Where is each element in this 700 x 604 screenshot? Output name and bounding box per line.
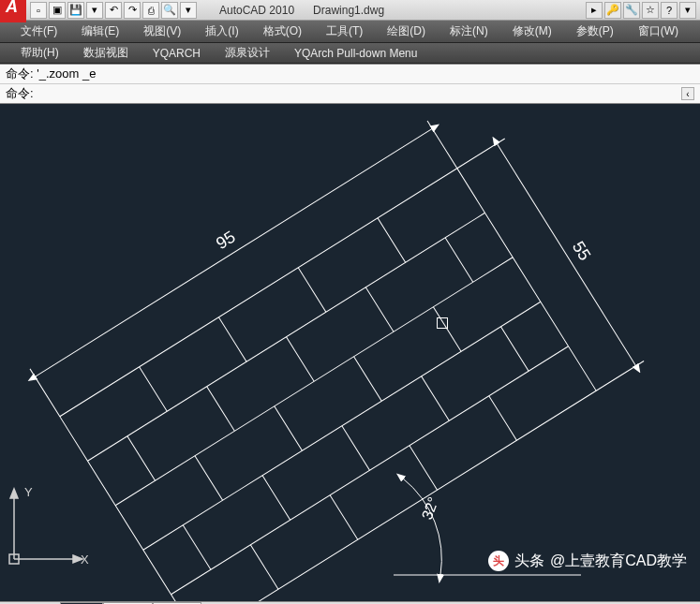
quick-access-toolbar: ▫ ▣ 💾 ▾ ↶ ↷ ⎙ 🔍 ▾	[26, 2, 201, 19]
svg-line-28	[427, 121, 457, 169]
help-icon[interactable]: ?	[661, 2, 678, 19]
svg-line-26	[489, 396, 517, 440]
title-right-tools: ▸ 🔑 🔧 ☆ ? ▾	[586, 2, 700, 19]
menu-yuanquan[interactable]: 源泉设计	[216, 43, 279, 63]
dropdown-icon[interactable]: ▾	[679, 2, 696, 19]
svg-line-6	[218, 317, 246, 361]
qat-find-icon[interactable]: 🔍	[161, 2, 178, 19]
svg-line-13	[445, 238, 473, 282]
ucs-x-label: X	[81, 552, 89, 567]
menu-edit[interactable]: 编辑(E)	[72, 22, 128, 41]
key-icon[interactable]: 🔑	[604, 2, 621, 19]
svg-line-10	[207, 387, 235, 431]
qat-save-icon[interactable]: 💾	[67, 2, 84, 19]
svg-line-8	[378, 218, 406, 262]
drawing-canvas[interactable]: 95 55 32° Y X 头 头条 @上壹教育CAD教学	[0, 104, 700, 601]
qat-new-icon[interactable]: ▫	[30, 2, 47, 19]
command-prompt: 命令:	[6, 85, 34, 102]
qat-open-icon[interactable]: ▣	[49, 2, 66, 19]
qat-redo-icon[interactable]: ↷	[124, 2, 141, 19]
command-history: 命令: '_.zoom _e	[6, 66, 96, 82]
svg-line-5	[140, 367, 168, 411]
svg-line-32	[497, 143, 635, 365]
svg-line-11	[286, 337, 314, 381]
menu-insert[interactable]: 插入(I)	[196, 22, 247, 41]
svg-line-19	[262, 476, 290, 520]
command-expand-icon[interactable]: ‹	[681, 87, 694, 100]
menu-modify[interactable]: 修改(M)	[503, 22, 561, 41]
menu-yqarch[interactable]: YQARCH	[143, 45, 210, 62]
menu-help[interactable]: 帮助(H)	[11, 43, 68, 63]
svg-line-17	[433, 307, 461, 351]
dim-height-label: 55	[569, 238, 595, 264]
menu-parametric[interactable]: 参数(P)	[567, 22, 623, 41]
star-icon[interactable]: ☆	[642, 2, 659, 19]
svg-line-30	[457, 139, 505, 169]
watermark-prefix: 头条	[514, 552, 544, 571]
svg-line-31	[596, 361, 644, 390]
selection-pickbox	[437, 317, 448, 329]
svg-line-24	[330, 495, 358, 539]
menu-dataview[interactable]: 数据视图	[74, 43, 138, 63]
svg-line-27	[30, 369, 60, 417]
watermark: 头 头条 @上壹教育CAD教学	[488, 551, 687, 571]
menu-yqarch-pull[interactable]: YQArch Pull-down Menu	[285, 45, 426, 62]
svg-line-12	[365, 287, 394, 331]
app-logo[interactable]	[0, 0, 26, 22]
menu-view[interactable]: 视图(V)	[134, 22, 190, 41]
wrench-icon[interactable]: 🔧	[623, 2, 640, 19]
svg-line-18	[183, 525, 211, 569]
file-name: Drawing1.dwg	[313, 4, 384, 17]
svg-line-7	[298, 268, 326, 312]
menu-draw[interactable]: 绘图(D)	[378, 22, 435, 41]
svg-line-15	[275, 406, 303, 450]
menubar-primary: 文件(F) 编辑(E) 视图(V) 插入(I) 格式(O) 工具(T) 绘图(D…	[0, 21, 700, 43]
qat-undo-icon[interactable]: ↶	[105, 2, 122, 19]
command-bar: 命令: '_.zoom _e 命令: ‹	[0, 64, 700, 104]
menu-file[interactable]: 文件(F)	[11, 22, 67, 41]
watermark-text: @上壹教育CAD教学	[550, 552, 687, 571]
svg-line-23	[250, 545, 278, 589]
qat-print-icon[interactable]: ⎙	[142, 2, 159, 19]
svg-line-21	[422, 376, 450, 420]
svg-line-29	[35, 128, 432, 376]
qat-help-icon[interactable]: ▾	[180, 2, 197, 19]
svg-line-25	[410, 446, 438, 490]
svg-line-20	[342, 426, 370, 470]
command-input[interactable]	[34, 87, 681, 101]
qat-dropdown-icon[interactable]: ▾	[86, 2, 103, 19]
ucs-icon: Y X	[7, 481, 92, 575]
menu-tools[interactable]: 工具(T)	[317, 22, 372, 41]
dim-width-label: 95	[213, 228, 239, 254]
svg-line-9	[127, 436, 156, 480]
app-name: AutoCAD 2010	[219, 4, 294, 17]
menu-dimension[interactable]: 标注(N)	[440, 22, 498, 41]
svg-line-22	[500, 327, 529, 371]
menu-window[interactable]: 窗口(W)	[629, 22, 688, 41]
svg-line-14	[195, 456, 223, 500]
menubar-secondary: 帮助(H) 数据视图 YQARCH 源泉设计 YQArch Pull-down …	[0, 43, 700, 64]
svg-rect-0	[60, 169, 596, 601]
menu-format[interactable]: 格式(O)	[254, 22, 311, 41]
arrow-icon[interactable]: ▸	[586, 2, 603, 19]
drawing-svg: 95 55 32°	[0, 104, 700, 601]
svg-line-16	[354, 357, 382, 401]
ucs-y-label: Y	[24, 485, 33, 499]
watermark-icon: 头	[488, 551, 509, 571]
